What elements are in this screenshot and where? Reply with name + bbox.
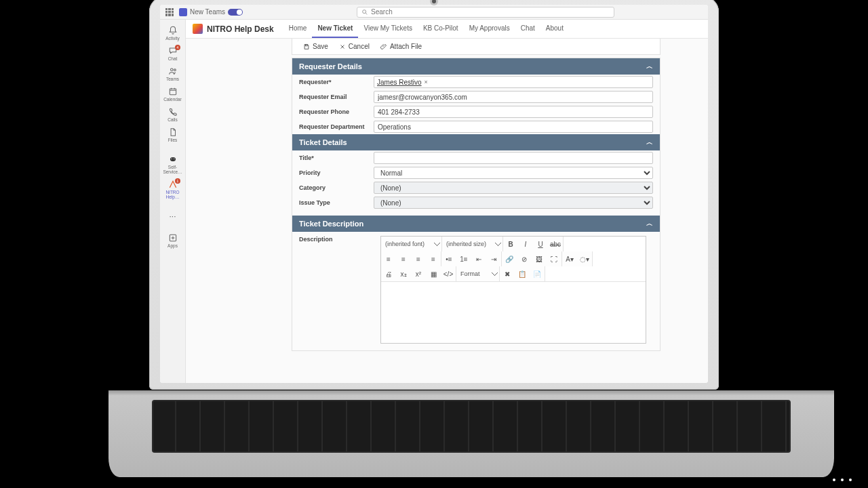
rail-calendar[interactable]: Calendar <box>160 85 185 104</box>
save-button[interactable]: Save <box>299 41 332 52</box>
carousel-dots <box>833 479 852 481</box>
superscript-button[interactable]: x² <box>411 266 426 281</box>
search-box[interactable] <box>357 7 614 18</box>
font-select[interactable]: (inherited font) <box>381 237 442 251</box>
font-color-button[interactable]: A▾ <box>562 251 577 266</box>
italic-button[interactable]: I <box>518 237 533 251</box>
attach-file-button[interactable]: Attach File <box>376 41 426 52</box>
print-button[interactable]: 🖨 <box>381 266 396 281</box>
section-requester-header[interactable]: Requester Details ︿ <box>292 58 660 75</box>
requester-email-input[interactable] <box>374 91 653 103</box>
numbered-list-button[interactable]: 1≡ <box>456 251 471 266</box>
bg-color-button[interactable]: ◌▾ <box>577 251 592 266</box>
new-teams-toggle[interactable]: New Teams <box>179 8 243 16</box>
rail-more[interactable]: ··· <box>160 209 185 223</box>
bulleted-list-button[interactable]: •≡ <box>441 251 456 266</box>
people-icon <box>168 66 178 76</box>
align-right-button[interactable]: ≡ <box>411 251 426 266</box>
insert-button[interactable]: 📄 <box>530 266 545 281</box>
app-pane: NITRO Help Desk Home New Ticket View My … <box>186 20 708 383</box>
unlink-button[interactable]: ⊘ <box>517 251 532 266</box>
bell-icon <box>168 26 178 35</box>
align-left-button[interactable]: ≡ <box>381 251 396 266</box>
title-input[interactable] <box>374 152 653 164</box>
tab-new-ticket[interactable]: New Ticket <box>312 20 358 38</box>
align-justify-button[interactable]: ≡ <box>426 251 441 266</box>
priority-select[interactable]: Normal <box>374 167 653 179</box>
svg-rect-14 <box>305 44 307 45</box>
tab-home[interactable]: Home <box>283 20 313 38</box>
calendar-icon <box>168 87 178 96</box>
requester-label: Requester* <box>299 79 374 85</box>
issuetype-select[interactable]: (None) <box>374 197 653 209</box>
phone-icon <box>168 107 178 117</box>
requester-phone-input[interactable] <box>374 106 653 118</box>
requester-people-picker[interactable]: James Restivo × <box>374 76 653 88</box>
subscript-button[interactable]: x₂ <box>396 266 411 281</box>
format-select[interactable]: Format <box>456 266 500 281</box>
outdent-button[interactable]: ⇤ <box>471 251 486 266</box>
waffle-icon[interactable] <box>165 8 174 16</box>
align-center-button[interactable]: ≡ <box>396 251 411 266</box>
tab-kb-copilot[interactable]: KB Co-Pilot <box>418 20 464 38</box>
description-body[interactable] <box>381 282 646 343</box>
issuetype-label: Issue Type <box>299 199 374 206</box>
new-teams-label: New Teams <box>190 8 225 16</box>
app-title: NITRO Help Desk <box>207 24 274 34</box>
rail-calls[interactable]: Calls <box>160 105 185 124</box>
search-input[interactable] <box>371 8 610 16</box>
remove-requester-icon[interactable]: × <box>425 79 428 85</box>
rail-selfservice[interactable]: Self-Service… <box>160 152 185 176</box>
bold-button[interactable]: B <box>503 237 518 251</box>
app-tabs: Home New Ticket View My Tickets KB Co-Pi… <box>283 20 569 38</box>
tab-my-approvals[interactable]: My Approvals <box>464 20 515 38</box>
indent-button[interactable]: ⇥ <box>486 251 501 266</box>
rail-teams[interactable]: Teams <box>160 64 185 83</box>
requester-email-label: Requester Email <box>299 94 374 100</box>
tab-about[interactable]: About <box>540 20 569 38</box>
tab-chat[interactable]: Chat <box>515 20 540 38</box>
size-select[interactable]: (inherited size) <box>442 237 503 251</box>
action-bar: Save Cancel Attach File <box>292 39 660 55</box>
nitro-badge: 1 <box>175 178 180 184</box>
plus-icon <box>168 233 178 243</box>
svg-point-3 <box>174 69 176 71</box>
underline-button[interactable]: U <box>533 237 548 251</box>
cancel-button[interactable]: Cancel <box>335 41 374 52</box>
section-description-header[interactable]: Ticket Description ︿ <box>292 216 660 232</box>
requester-pill: James Restivo <box>377 79 422 86</box>
table-button[interactable]: ▦ <box>426 266 441 281</box>
rail-activity[interactable]: Activity <box>160 24 185 43</box>
fullscreen-button[interactable]: ⛶ <box>547 251 561 266</box>
svg-point-2 <box>170 68 173 71</box>
strike-button[interactable]: abc <box>548 237 563 251</box>
rte-toolbar: (inherited font) (inherited size) B I U … <box>381 237 646 282</box>
requester-phone-label: Requester Phone <box>299 108 374 115</box>
row-title: Title* <box>292 150 660 165</box>
rail-files[interactable]: Files <box>160 125 185 144</box>
priority-label: Priority <box>299 169 374 176</box>
svg-point-0 <box>363 9 366 13</box>
requester-dept-label: Requester Department <box>299 123 374 130</box>
code-button[interactable]: </> <box>441 266 456 281</box>
description-label: Description <box>299 236 374 243</box>
chevron-up-icon: ︿ <box>646 219 653 228</box>
paste-button[interactable]: 📋 <box>515 266 530 281</box>
rail-nitro-help[interactable]: 1 NITRO Help… <box>160 178 185 201</box>
file-icon <box>168 127 178 137</box>
tab-view-my-tickets[interactable]: View My Tickets <box>358 20 418 38</box>
section-ticket-header[interactable]: Ticket Details ︿ <box>292 134 660 150</box>
search-icon <box>361 9 368 16</box>
link-button[interactable]: 🔗 <box>502 251 517 266</box>
screen: New Teams Activity 4 Chat <box>160 5 708 383</box>
rail-apps[interactable]: Apps <box>160 231 185 250</box>
chevron-up-icon: ︿ <box>646 62 653 71</box>
camera-dot <box>432 0 436 3</box>
toggle-switch[interactable] <box>228 9 243 16</box>
image-button[interactable]: 🖼 <box>532 251 547 266</box>
category-select[interactable]: (None) <box>374 182 653 194</box>
clear-format-button[interactable]: ✖ <box>500 266 515 281</box>
row-issuetype: Issue Type (None) <box>292 195 660 210</box>
requester-dept-input[interactable] <box>374 121 653 133</box>
rail-chat[interactable]: 4 Chat <box>160 44 185 63</box>
